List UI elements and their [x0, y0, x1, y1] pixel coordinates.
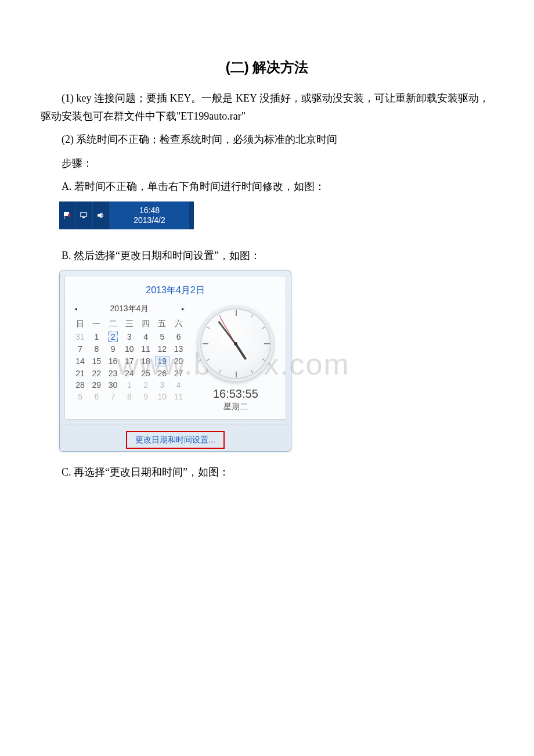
calendar-day[interactable]: 3 [121, 330, 138, 343]
change-datetime-link[interactable]: 更改日期和时间设置... [135, 435, 215, 444]
network-icon [76, 201, 93, 229]
calendar-day[interactable]: 17 [121, 355, 138, 368]
analog-clock [198, 306, 273, 381]
calendar-weekday: 二 [104, 318, 121, 330]
digital-time: 16:53:55 [193, 387, 279, 401]
clock-center-pin [234, 342, 237, 345]
calendar-day[interactable]: 28 [72, 379, 88, 391]
calendar: ◂ 2013年4月 ▸ 日一二三四五六 31123456789101112131… [72, 304, 187, 402]
calendar-day[interactable]: 30 [104, 379, 121, 391]
day-of-week: 星期二 [193, 402, 279, 412]
clock-tick [262, 358, 265, 361]
paragraph-a: A. 若时间不正确，单击右下角时间进行时间修改，如图： [41, 178, 493, 196]
paragraph-2: (2) 系统时间不正确；检查系统时间，必须为标准的北京时间 [41, 131, 493, 149]
calendar-day[interactable]: 6 [170, 330, 186, 343]
clock-second-hand [220, 317, 236, 344]
calendar-day[interactable]: 12 [154, 343, 170, 355]
calendar-day[interactable]: 5 [154, 330, 170, 343]
volume-icon [93, 201, 110, 229]
calendar-day[interactable]: 14 [72, 355, 88, 368]
calendar-day[interactable]: 9 [104, 343, 121, 355]
clock-tick [264, 343, 270, 344]
calendar-day[interactable]: 8 [88, 343, 104, 355]
calendar-next[interactable]: ▸ [182, 305, 185, 312]
clock-tick [203, 343, 208, 344]
paragraph-c: C. 再选择“更改日期和时间”，如图： [41, 463, 493, 481]
calendar-weekday: 四 [138, 318, 154, 330]
clock-tick [207, 326, 210, 329]
calendar-weekday: 日 [72, 318, 88, 330]
calendar-month-label[interactable]: 2013年4月 [110, 304, 149, 314]
calendar-day[interactable]: 1 [121, 379, 138, 391]
svg-rect-1 [64, 212, 64, 219]
clock-hour-hand [234, 343, 247, 359]
calendar-day[interactable]: 7 [72, 343, 88, 355]
svg-rect-2 [68, 214, 70, 217]
calendar-day[interactable]: 7 [104, 391, 121, 402]
paragraph-steps: 步骤： [41, 154, 493, 172]
calendar-day[interactable]: 23 [104, 368, 121, 379]
clock-tick [236, 372, 237, 377]
clock-tick [262, 326, 265, 329]
calendar-weekday: 五 [154, 318, 170, 330]
calendar-day[interactable]: 5 [72, 391, 88, 402]
clock-tick [236, 310, 237, 316]
calendar-day[interactable]: 11 [170, 391, 186, 402]
taskbar-screenshot: 16:48 2013/4/2 [59, 201, 194, 229]
highlight-box: 更改日期和时间设置... [126, 431, 225, 449]
paragraph-b: B. 然后选择“更改日期和时间设置”，如图： [41, 247, 493, 265]
calendar-day[interactable]: 11 [138, 343, 154, 355]
svg-rect-3 [81, 213, 86, 217]
calendar-day[interactable]: 4 [138, 330, 154, 343]
calendar-day[interactable]: 6 [88, 391, 104, 402]
clock-tick [207, 358, 210, 361]
calendar-prev[interactable]: ◂ [74, 305, 77, 312]
calendar-day[interactable]: 15 [88, 355, 104, 368]
flag-icon [59, 201, 76, 229]
datetime-popup-screenshot: www.bdocx.com 2013年4月2日 ◂ 2013年4月 ▸ 日一二三… [59, 271, 291, 452]
section-title: (二) 解决方法 [41, 58, 493, 77]
calendar-day[interactable]: 27 [170, 368, 186, 379]
calendar-day[interactable]: 20 [170, 355, 186, 368]
calendar-day[interactable]: 25 [138, 368, 154, 379]
taskbar-date: 2013/4/2 [134, 215, 165, 225]
calendar-day[interactable]: 9 [138, 391, 154, 402]
calendar-day[interactable]: 3 [154, 379, 170, 391]
calendar-table: 日一二三四五六 31123456789101112131415161718192… [72, 318, 187, 402]
calendar-day[interactable]: 16 [104, 355, 121, 368]
calendar-day[interactable]: 21 [72, 368, 88, 379]
clock-tick [219, 369, 221, 373]
calendar-weekday: 三 [121, 318, 138, 330]
taskbar-clock[interactable]: 16:48 2013/4/2 [110, 201, 189, 229]
calendar-day[interactable]: 4 [170, 379, 186, 391]
calendar-day[interactable]: 8 [121, 391, 138, 402]
calendar-day[interactable]: 29 [88, 379, 104, 391]
popup-date-header: 2013年4月2日 [72, 281, 279, 304]
taskbar-time: 16:48 [139, 206, 160, 215]
calendar-day[interactable]: 18 [138, 355, 154, 368]
svg-marker-5 [98, 213, 102, 218]
paragraph-1: (1) key 连接问题；要插 KEY。一般是 KEY 没插好，或驱动没安装，可… [41, 89, 493, 125]
calendar-day[interactable]: 10 [154, 391, 170, 402]
calendar-day[interactable]: 13 [170, 343, 186, 355]
calendar-day[interactable]: 31 [72, 330, 88, 343]
calendar-day[interactable]: 24 [121, 368, 138, 379]
clock-tick [219, 314, 221, 318]
calendar-day[interactable]: 26 [154, 368, 170, 379]
calendar-day[interactable]: 22 [88, 368, 104, 379]
taskbar-divider [189, 201, 194, 229]
calendar-day[interactable]: 19 [154, 355, 170, 368]
calendar-weekday: 一 [88, 318, 104, 330]
clock-tick [251, 314, 253, 318]
calendar-day[interactable]: 2 [104, 330, 121, 343]
clock-tick [251, 369, 253, 373]
calendar-day[interactable]: 10 [121, 343, 138, 355]
svg-rect-4 [82, 217, 85, 218]
calendar-weekday: 六 [170, 318, 186, 330]
calendar-day[interactable]: 2 [138, 379, 154, 391]
calendar-day[interactable]: 1 [88, 330, 104, 343]
